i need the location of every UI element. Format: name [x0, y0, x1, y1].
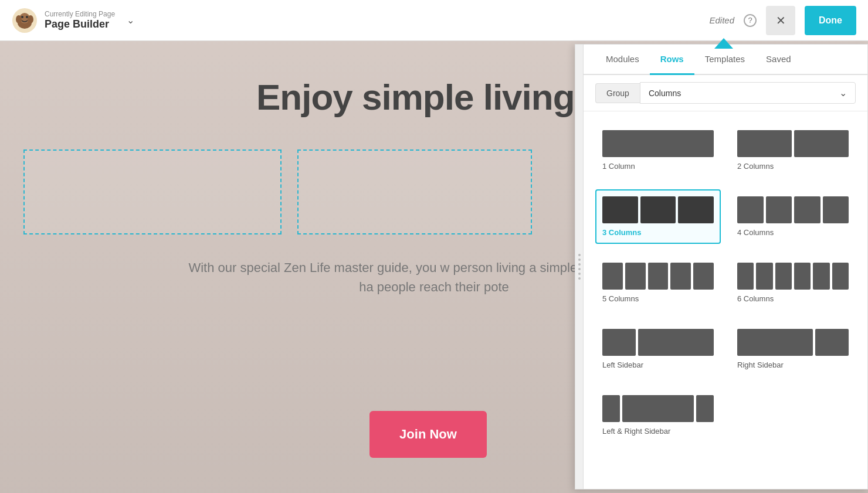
- layout-left-right-sidebar-preview: [602, 395, 714, 422]
- column-drop-zone-1[interactable]: [23, 149, 282, 234]
- drag-dot: [578, 263, 581, 266]
- col-block: [775, 263, 792, 290]
- panel-filter: Group Columns ⌄: [584, 75, 867, 111]
- layout-right-sidebar[interactable]: Right Sidebar: [730, 322, 856, 376]
- col-block: [640, 196, 676, 223]
- layout-5-columns-label: 5 Columns: [602, 294, 714, 303]
- col-block: [794, 263, 811, 290]
- topbar-right: Edited ? ✕ Done: [697, 6, 868, 35]
- layout-left-right-sidebar[interactable]: Left & Right Sidebar: [595, 388, 721, 443]
- layout-6-columns-preview: [737, 263, 849, 290]
- layout-left-sidebar-preview: [602, 329, 714, 356]
- col-block: [832, 263, 849, 290]
- columns-dropdown-value: Columns: [649, 89, 681, 98]
- topbar-subtitle: Currently Editing Page: [45, 10, 115, 18]
- topbar-left: Currently Editing Page Page Builder ⌄: [0, 8, 697, 33]
- columns-dropdown[interactable]: Columns ⌄: [640, 82, 856, 104]
- drag-dot: [578, 259, 581, 261]
- layout-1-column[interactable]: 1 Column: [595, 123, 721, 178]
- col-block: [756, 263, 772, 290]
- layout-3-columns[interactable]: 3 Columns: [595, 189, 721, 244]
- panel-drag-handle[interactable]: [575, 45, 584, 489]
- layout-1-column-label: 1 Column: [602, 162, 714, 171]
- col-block: [823, 196, 849, 223]
- tab-rows[interactable]: Rows: [650, 45, 694, 75]
- col-block: [766, 196, 792, 223]
- layout-2-columns-preview: [737, 130, 849, 157]
- col-block: [625, 263, 646, 290]
- tab-templates[interactable]: Templates: [694, 45, 755, 75]
- layout-2-columns-label: 2 Columns: [737, 162, 849, 171]
- layout-4-columns-label: 4 Columns: [737, 228, 849, 237]
- layout-4-columns-preview: [737, 196, 849, 223]
- col-block: [602, 130, 714, 157]
- tab-saved[interactable]: Saved: [755, 45, 802, 75]
- topbar-page-title: Page Builder: [45, 18, 115, 30]
- layout-4-columns[interactable]: 4 Columns: [730, 189, 856, 244]
- app-logo: [12, 8, 38, 33]
- drag-dot: [578, 277, 581, 280]
- col-block: [813, 263, 829, 290]
- col-block: [794, 130, 849, 157]
- layout-6-columns[interactable]: 6 Columns: [730, 256, 856, 310]
- layout-left-right-sidebar-label: Left & Right Sidebar: [602, 427, 714, 436]
- col-block: [638, 329, 714, 356]
- topbar-chevron-icon[interactable]: ⌄: [127, 15, 134, 26]
- layout-5-columns[interactable]: 5 Columns: [595, 256, 721, 310]
- col-block: [737, 329, 813, 356]
- col-block: [737, 263, 754, 290]
- layout-2-columns[interactable]: 2 Columns: [730, 123, 856, 178]
- col-block: [693, 263, 714, 290]
- help-icon[interactable]: ?: [744, 14, 757, 27]
- layout-right-sidebar-preview: [737, 329, 849, 356]
- panel-arrow: [714, 38, 733, 49]
- edited-status: Edited: [709, 15, 734, 25]
- col-block: [696, 395, 714, 422]
- drag-dot: [578, 254, 581, 256]
- done-button[interactable]: Done: [805, 6, 856, 35]
- join-now-button[interactable]: Join Now: [369, 411, 487, 458]
- layout-3-columns-label: 3 Columns: [602, 228, 714, 237]
- layout-1-column-preview: [602, 130, 714, 157]
- group-button[interactable]: Group: [595, 83, 640, 103]
- svg-point-5: [16, 15, 22, 23]
- layout-right-sidebar-label: Right Sidebar: [737, 361, 849, 369]
- drag-dot: [578, 268, 581, 270]
- layout-5-columns-preview: [602, 263, 714, 290]
- layout-grid: 1 Column 2 Columns 3 Columns: [584, 111, 867, 489]
- col-block: [670, 263, 691, 290]
- col-block: [815, 329, 849, 356]
- col-block: [678, 196, 714, 223]
- column-drop-zone-2[interactable]: [297, 149, 532, 234]
- drag-dot: [578, 273, 581, 275]
- col-block: [622, 395, 693, 422]
- tab-modules[interactable]: Modules: [595, 45, 650, 75]
- panel-tabs: Modules Rows Templates Saved: [584, 45, 867, 75]
- chevron-down-icon: ⌄: [839, 87, 847, 98]
- col-block: [648, 263, 669, 290]
- topbar: Currently Editing Page Page Builder ⌄ Ed…: [0, 0, 868, 41]
- rows-panel: Modules Rows Templates Saved Group Colum…: [575, 44, 868, 489]
- col-block: [737, 196, 764, 223]
- col-block: [602, 263, 623, 290]
- col-block: [737, 130, 792, 157]
- topbar-title-group: Currently Editing Page Page Builder: [45, 10, 115, 30]
- col-block: [602, 329, 636, 356]
- layout-left-sidebar-label: Left Sidebar: [602, 361, 714, 369]
- layout-6-columns-label: 6 Columns: [737, 294, 849, 303]
- page-heading: Enjoy simple living w: [256, 76, 612, 118]
- col-block: [602, 196, 638, 223]
- layout-3-columns-preview: [602, 196, 714, 223]
- col-block: [794, 196, 820, 223]
- close-button[interactable]: ✕: [766, 6, 795, 35]
- layout-left-sidebar[interactable]: Left Sidebar: [595, 322, 721, 376]
- col-block: [602, 395, 620, 422]
- svg-point-6: [28, 15, 33, 23]
